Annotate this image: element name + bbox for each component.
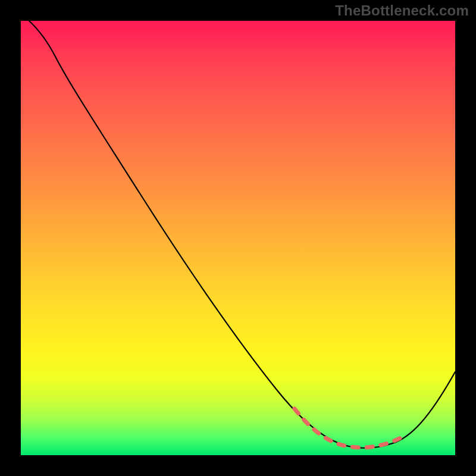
curve-svg [21,21,455,455]
watermark-text: TheBottleneck.com [335,2,469,19]
chart-frame: TheBottleneck.com [0,0,476,476]
plot-area [21,21,455,455]
bottleneck-curve [29,21,455,448]
optimal-range-dash [295,409,406,447]
